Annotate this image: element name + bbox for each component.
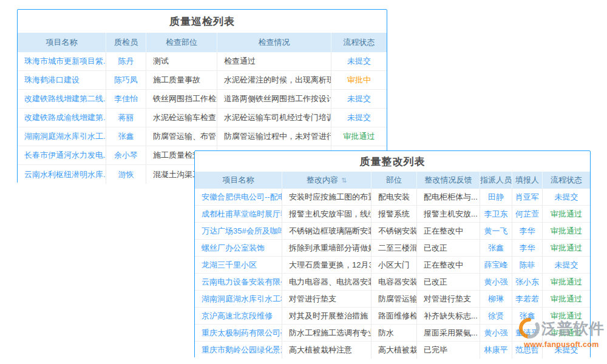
sort-icon[interactable]: ⇅ — [341, 177, 347, 184]
status-badge: 审批中 — [331, 71, 387, 89]
inspection-part: 水泥砼运输车检查 — [146, 109, 217, 127]
table-row: 珠海鹤港口建设陈巧凤施工质量事故水泥砼灌注的时候，出现离析现象审批中 — [18, 71, 387, 90]
rectify-part: 防水 — [371, 325, 417, 341]
header-inspection-part: 检查部位 — [146, 33, 217, 52]
rectify-content: 安装时应按施工图的布置，将... — [282, 189, 371, 205]
table-row: 珠海市城市更新项目紫...陈丹测试检查通过未提交 — [18, 52, 387, 71]
inspection-part: 施工质量事故 — [146, 71, 217, 89]
header-project-name: 项目名称 — [195, 172, 282, 189]
rectify-feedback: 报警主机安放... — [417, 206, 480, 222]
project-link[interactable]: 湖南洞庭湖水库引水工程施工I标 — [195, 291, 282, 307]
assignee-name: 黄小强 — [480, 274, 512, 290]
inspection-part: 防腐管运输、布管 — [146, 127, 217, 146]
rectify-feedback: 对管进行垫支 — [417, 291, 480, 307]
header-assignee: 指派人员 — [480, 172, 512, 189]
assignee-name: 李卫东 — [480, 206, 512, 222]
status-badge: 审批通过 — [543, 274, 590, 290]
assignee-name: 薛宝峰 — [480, 257, 512, 273]
status-badge: 审批通过 — [331, 127, 387, 146]
project-link[interactable]: 改建铁路成渝线增建第... — [18, 109, 106, 127]
rectify-feedback: 配电柜柜体与... — [417, 189, 480, 205]
rectify-part: 报警系统 — [371, 206, 417, 222]
inspector-name: 李佳怡 — [106, 90, 146, 108]
project-link[interactable]: 珠海鹤港口建设 — [18, 71, 106, 89]
status-badge: 审批通过 — [543, 291, 590, 307]
rectify-content: 报警主机安放牢固，线缆连接... — [282, 206, 371, 222]
watermark-brand: 泛普软件 — [541, 318, 605, 339]
inspection-part: 铁丝网围挡工作检查 — [146, 90, 217, 108]
assignee-name: 徐贤 — [480, 308, 512, 324]
project-link[interactable]: 湖南洞庭湖水库引水工... — [18, 127, 106, 146]
rectify-part: 路面维修检... — [371, 308, 417, 324]
rectify-part: 高大植被栽种 — [371, 342, 417, 359]
fanpu-logo-icon — [518, 317, 540, 339]
table-row: 云南电力设备安装有限公司20...电力电容器、电抗器安装方案,...电容器安装.… — [195, 274, 590, 291]
rectify-feedback: 已完毕 — [417, 342, 480, 359]
reporter-name: 肖亚军 — [512, 189, 543, 205]
rectify-feedback: 已改正 — [417, 240, 480, 256]
watermark-url: www.fanpusoft.com — [518, 340, 605, 349]
status-badge: 未提交 — [331, 90, 387, 108]
status-badge: 未提交 — [543, 257, 590, 273]
project-link[interactable]: 万达广场35#会所及咖啡厅空... — [195, 223, 282, 239]
assignee-name: 黄一飞 — [480, 223, 512, 239]
inspection-part: 测试 — [146, 52, 217, 70]
rectification-table-header: 项目名称 整改内容 ⇅ 部位 整改情况反馈 指派人员 填报人 流程状态 — [195, 172, 590, 189]
project-link[interactable]: 龙湖三千里小区 — [195, 257, 282, 273]
rectify-feedback: 正在整改中 — [417, 257, 480, 273]
inspector-name: 陈丹 — [106, 52, 146, 70]
table-row: 改建铁路成渝线增建第...蒋丽水泥砼运输车检查水泥砼运输车司机经过专门培训...… — [18, 109, 387, 127]
project-link[interactable]: 重庆市鹅岭公园绿化景观提升... — [195, 342, 282, 359]
rectify-part: 电容器安装... — [371, 274, 417, 290]
assignee-name: 林康平 — [480, 342, 512, 359]
project-link[interactable]: 成都杜甫草堂临时展厅独立展... — [195, 206, 282, 222]
reporter-name: 陈菲 — [512, 257, 543, 273]
inspection-situation: 检查通过 — [217, 52, 331, 70]
rectify-part: 二至三楼混... — [371, 240, 417, 256]
project-link[interactable]: 长春市伊通河水力发电... — [18, 146, 106, 164]
rectify-feedback: 屋面采用聚氨... — [417, 325, 480, 341]
rectify-content: 对其及时开展整治措施，桥头... — [282, 308, 371, 324]
rectify-part: 防腐管运输... — [371, 291, 417, 307]
status-badge: 未提交 — [331, 52, 387, 70]
rectify-feedback: 正在整改中 — [417, 223, 480, 239]
project-link[interactable]: 重庆太极制药有限公司亳州中... — [195, 325, 282, 341]
header-part: 部位 — [371, 172, 417, 189]
project-link[interactable]: 京沪高速北京段维修 — [195, 308, 282, 324]
assignee-name: 柳琳 — [480, 291, 512, 307]
inspector-name: 蒋丽 — [106, 109, 146, 127]
rectify-feedback: 已改正 — [417, 274, 480, 290]
reporter-name: 李华 — [512, 240, 543, 256]
header-flow-status: 流程状态 — [543, 172, 590, 189]
rectify-content: 大理石质量更换，12月31日之... — [282, 257, 371, 273]
rectify-content: 高大植被栽种注意 — [282, 342, 371, 359]
rectify-content: 对管进行垫支 — [282, 291, 371, 307]
header-rectify-content[interactable]: 整改内容 ⇅ — [282, 172, 371, 189]
rectify-feedback: 补齐缺失标志... — [417, 308, 480, 324]
inspection-situation: 道路两侧铁丝网围挡工作按设计... — [217, 90, 331, 108]
status-badge: 未提交 — [331, 109, 387, 127]
watermark: 泛普软件 www.fanpusoft.com — [518, 317, 605, 349]
project-link[interactable]: 云南电力设备安装有限公司20... — [195, 274, 282, 290]
project-link[interactable]: 安徽合肥供电公司--配电设备... — [195, 189, 282, 205]
project-link[interactable]: 螺丝厂办公室装饰 — [195, 240, 282, 256]
rectify-part: 小区大门 — [371, 257, 417, 273]
inspector-name: 余小琴 — [106, 146, 146, 164]
rectify-content: 不锈钢边框玻璃隔断安装不牢... — [282, 223, 371, 239]
assignee-name: 张鑫 — [480, 240, 512, 256]
table-row: 湖南洞庭湖水库引水工...张鑫防腐管运输、布管防腐管运输过程中，未对管进行...… — [18, 127, 387, 146]
watermark-logo-row: 泛普软件 — [518, 317, 605, 339]
rectify-part: 不锈钢安装... — [371, 223, 417, 239]
inspector-name: 陈巧凤 — [106, 71, 146, 89]
inspector-name: 张鑫 — [106, 127, 146, 146]
header-reporter: 填报人 — [512, 172, 543, 189]
table-row: 成都杜甫草堂临时展厅独立展...报警主机安放牢固，线缆连接...报警系统报警主机… — [195, 206, 590, 223]
reporter-name: 何芷萱 — [512, 206, 543, 222]
header-inspector: 质检员 — [106, 33, 146, 52]
rectification-table-title: 质量整改列表 — [195, 151, 590, 172]
assignee-name: 黄小强 — [480, 325, 512, 341]
inspection-situation: 水泥砼运输车司机经过专门培训... — [217, 109, 331, 127]
project-link[interactable]: 珠海市城市更新项目紫... — [18, 52, 106, 70]
project-link[interactable]: 云南水利枢纽潜明水库... — [18, 165, 106, 184]
project-link[interactable]: 改建铁路线增建第二线... — [18, 90, 106, 108]
